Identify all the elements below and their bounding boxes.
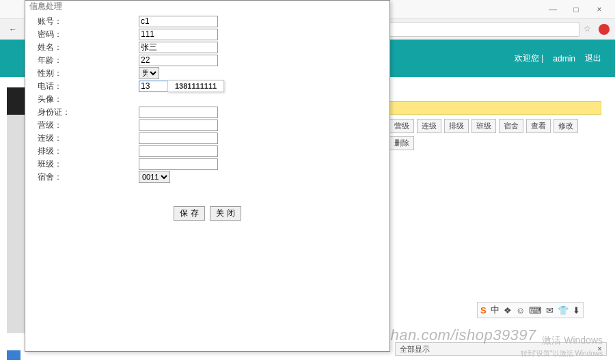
main-panel: 营级 连级 排级 班级 宿舍 查看 修改 删除 (390, 101, 601, 150)
platoon-input[interactable] (139, 145, 218, 157)
ime-skin-icon[interactable]: 👕 (558, 305, 569, 316)
gender-select[interactable]: 男 (139, 67, 159, 79)
autocomplete-tooltip[interactable]: 1381111111 (167, 80, 224, 92)
label-company: 连级： (38, 132, 139, 144)
row-class: 班级： (38, 158, 377, 170)
label-password: 密码： (38, 29, 139, 40)
dialog-title: 信息处理 (25, 1, 390, 12)
save-button[interactable]: 保 存 (174, 206, 204, 221)
ime-emoji-icon[interactable]: ☺ (516, 305, 525, 316)
row-name: 姓名： (38, 41, 377, 53)
action-bar: 营级 连级 排级 班级 宿舍 查看 修改 删除 (390, 119, 601, 150)
label-age: 年龄： (38, 55, 139, 66)
activate-sub: 转到"设置"以激活 Windows (521, 350, 603, 357)
row-company: 连级： (38, 132, 377, 144)
dorm-select[interactable]: 0011 (139, 171, 170, 183)
label-avatar: 头像： (38, 94, 139, 105)
sidebar-light (7, 115, 25, 333)
label-idcard: 身份证： (38, 107, 139, 118)
label-class: 班级： (38, 158, 139, 170)
class-input[interactable] (139, 158, 218, 170)
highlight-row (390, 101, 601, 115)
close-button[interactable]: 关 闭 (210, 206, 241, 221)
action-company[interactable]: 连级 (417, 119, 441, 133)
maximize-button[interactable]: □ (566, 3, 586, 16)
row-platoon: 排级： (38, 145, 377, 157)
sidebar-dark (7, 87, 25, 115)
label-account: 账号： (38, 16, 139, 27)
company-input[interactable] (139, 132, 218, 144)
row-dorm: 宿舍： 0011 (38, 171, 377, 183)
password-input[interactable] (139, 29, 218, 40)
dialog-buttons: 保 存 关 闭 (38, 206, 377, 221)
ime-toolbar[interactable]: S 中 ❖ ☺ ⌨ ✉ 👕 ⬇ (477, 302, 584, 318)
action-view[interactable]: 查看 (526, 119, 551, 133)
action-dorm[interactable]: 宿舍 (499, 119, 523, 133)
bookmark-icon[interactable]: ☆ (584, 24, 594, 35)
row-age: 年龄： (38, 54, 377, 66)
row-avatar: 头像： (38, 93, 377, 105)
action-platoon[interactable]: 排级 (444, 119, 469, 133)
extension-icon[interactable] (599, 24, 610, 35)
name-input[interactable] (139, 42, 218, 53)
ime-more-icon[interactable]: ⬇ (573, 305, 580, 316)
form: 账号： 密码： 姓名： 年龄： 性别： 男 电话： 头像： 身 (25, 12, 390, 223)
activate-title: 激活 Windows (521, 335, 603, 347)
action-class[interactable]: 班级 (472, 119, 496, 133)
logout-link[interactable]: 退出 (585, 53, 601, 64)
ime-lang-icon[interactable]: 中 (491, 304, 500, 316)
action-edit[interactable]: 修改 (554, 119, 578, 133)
ime-keyboard-icon[interactable]: ⌨ (529, 305, 542, 316)
row-gender: 性别： 男 (38, 67, 377, 79)
notification-text[interactable]: 全部显示 (400, 344, 430, 354)
back-button[interactable]: ← (5, 22, 20, 37)
ime-msg-icon[interactable]: ✉ (546, 305, 554, 316)
user-link[interactable]: admin (553, 54, 575, 64)
ime-punct-icon[interactable]: ❖ (504, 305, 512, 316)
camp-input[interactable] (139, 120, 218, 131)
welcome-text: 欢迎您 | (515, 53, 543, 64)
row-account: 账号： (38, 15, 377, 27)
ime-logo-icon[interactable]: S (480, 305, 487, 316)
row-password: 密码： (38, 28, 377, 40)
label-gender: 性别： (38, 68, 139, 79)
action-delete[interactable]: 删除 (390, 136, 414, 150)
taskbar-icon[interactable] (7, 350, 20, 360)
label-camp: 营级： (38, 120, 139, 131)
account-input[interactable] (139, 16, 218, 27)
info-dialog: 信息处理 账号： 密码： 姓名： 年龄： 性别： 男 电话： 头 (25, 0, 390, 352)
action-camp[interactable]: 营级 (390, 119, 414, 133)
row-idcard: 身份证： (38, 106, 377, 118)
row-camp: 营级： (38, 119, 377, 131)
age-input[interactable] (139, 55, 218, 66)
minimize-button[interactable]: — (543, 3, 563, 16)
label-phone: 电话： (38, 81, 139, 92)
close-window-button[interactable]: × (589, 3, 610, 16)
label-platoon: 排级： (38, 145, 139, 157)
label-dorm: 宿舍： (38, 171, 139, 183)
idcard-input[interactable] (139, 107, 218, 118)
label-name: 姓名： (38, 42, 139, 53)
activate-windows: 激活 Windows 转到"设置"以激活 Windows (521, 335, 603, 359)
